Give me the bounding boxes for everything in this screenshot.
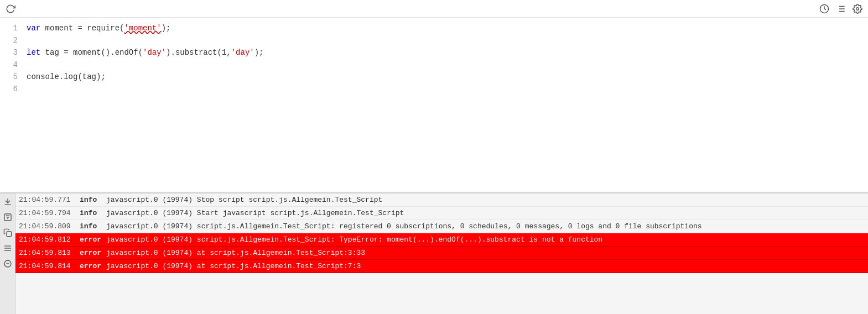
line-content-5: console.log(tag);	[27, 71, 868, 83]
log-message-5: javascript.0 (19974) at script.js.Allgem…	[106, 262, 865, 270]
top-toolbar	[0, 0, 868, 18]
line-content-6	[27, 83, 868, 95]
line-content-3: let tag = moment().endOf('day').substrac…	[27, 46, 868, 59]
log-message-2: javascript.0 (19974) script.js.Allgemein…	[106, 222, 865, 231]
console-filter-icon[interactable]	[2, 211, 14, 223]
console-sidebar	[0, 193, 15, 314]
log-message-4: javascript.0 (19974) at script.js.Allgem…	[106, 249, 865, 257]
line-number-2: 2	[0, 34, 27, 46]
console-download-icon[interactable]	[2, 196, 14, 208]
log-row-0: 21:04:59.771infojavascript.0 (19974) Sto…	[15, 193, 868, 207]
code-line-4: 4	[0, 59, 868, 71]
code-line-3: 3 let tag = moment().endOf('day').substr…	[0, 46, 868, 59]
log-row-2: 21:04:59.809infojavascript.0 (19974) scr…	[15, 220, 868, 233]
log-message-0: javascript.0 (19974) Stop script script.…	[106, 196, 865, 204]
line-number-4: 4	[0, 59, 27, 71]
log-row-1: 21:04:59.794infojavascript.0 (19974) Sta…	[15, 207, 868, 220]
log-level-0: info	[80, 196, 106, 204]
log-row-3: 21:04:59.812errorjavascript.0 (19974) sc…	[15, 233, 868, 247]
code-line-6: 6	[0, 83, 868, 95]
log-row-5: 21:04:59.814errorjavascript.0 (19974) at…	[15, 260, 868, 273]
line-content-2	[27, 34, 868, 46]
refresh-icon[interactable]	[4, 3, 17, 15]
code-line-5: 5 console.log(tag);	[0, 71, 868, 83]
line-number-1: 1	[0, 22, 27, 34]
log-timestamp-0: 21:04:59.771	[19, 196, 80, 204]
console-panel: 21:04:59.771infojavascript.0 (19974) Sto…	[0, 192, 868, 314]
svg-rect-14	[7, 232, 12, 237]
svg-point-7	[856, 7, 859, 10]
line-content-4	[27, 59, 868, 71]
settings-icon[interactable]	[851, 3, 864, 15]
log-timestamp-1: 21:04:59.794	[19, 209, 80, 217]
console-body: 21:04:59.771infojavascript.0 (19974) Sto…	[0, 193, 868, 314]
log-timestamp-3: 21:04:59.812	[19, 236, 80, 244]
editor-area: 1 var moment = require('moment'); 2 3 le…	[0, 18, 868, 314]
console-clear-icon[interactable]	[2, 258, 14, 270]
console-pause-icon[interactable]	[2, 242, 14, 254]
log-timestamp-5: 21:04:59.814	[19, 262, 80, 270]
log-level-5: error	[80, 262, 106, 270]
line-number-3: 3	[0, 46, 27, 59]
log-level-2: info	[80, 222, 106, 231]
code-container[interactable]: 1 var moment = require('moment'); 2 3 le…	[0, 18, 868, 192]
log-level-4: error	[80, 249, 106, 257]
toolbar-left	[4, 3, 17, 15]
log-timestamp-2: 21:04:59.809	[19, 222, 80, 231]
line-number-5: 5	[0, 71, 27, 83]
log-message-3: javascript.0 (19974) script.js.Allgemein…	[106, 236, 865, 244]
console-logs[interactable]: 21:04:59.771infojavascript.0 (19974) Sto…	[15, 193, 868, 314]
log-level-1: info	[80, 209, 106, 217]
log-level-3: error	[80, 236, 106, 244]
line-number-6: 6	[0, 83, 27, 95]
history-icon[interactable]	[818, 3, 830, 15]
log-row-4: 21:04:59.813errorjavascript.0 (19974) at…	[15, 247, 868, 260]
console-copy-icon[interactable]	[2, 227, 14, 239]
toolbar-right	[818, 3, 864, 15]
code-line-2: 2	[0, 34, 868, 46]
code-line-1: 1 var moment = require('moment');	[0, 22, 868, 34]
list-icon[interactable]	[835, 3, 847, 15]
line-content-1: var moment = require('moment');	[27, 22, 868, 34]
log-message-1: javascript.0 (19974) Start javascript sc…	[106, 209, 865, 217]
main-area: 1 var moment = require('moment'); 2 3 le…	[0, 18, 868, 314]
log-timestamp-4: 21:04:59.813	[19, 249, 80, 257]
